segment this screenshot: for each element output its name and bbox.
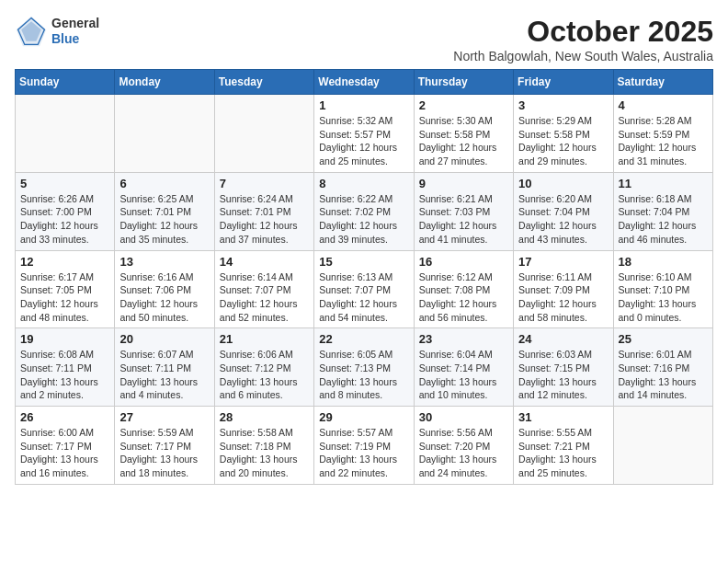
day-number: 14 [220,255,309,269]
calendar-cell: 27Sunrise: 5:59 AMSunset: 7:17 PMDayligh… [115,407,214,485]
day-info: Sunrise: 6:20 AMSunset: 7:04 PMDaylight:… [518,192,608,247]
calendar-cell: 16Sunrise: 6:12 AMSunset: 7:08 PMDayligh… [414,250,513,328]
calendar-cell: 1Sunrise: 5:32 AMSunset: 5:57 PMDaylight… [314,95,414,173]
day-info: Sunrise: 5:55 AMSunset: 7:21 PMDaylight:… [518,426,608,480]
calendar-week-1: 1Sunrise: 5:32 AMSunset: 5:57 PMDaylight… [16,95,713,173]
day-info: Sunrise: 6:12 AMSunset: 7:08 PMDaylight:… [419,270,508,325]
calendar-cell [613,407,712,485]
day-number: 22 [319,332,408,346]
day-number: 24 [518,332,608,346]
day-info: Sunrise: 6:26 AMSunset: 7:00 PMDaylight:… [20,192,109,247]
day-info: Sunrise: 6:08 AMSunset: 7:11 PMDaylight:… [20,348,109,402]
day-number: 18 [619,255,708,269]
calendar-cell: 31Sunrise: 5:55 AMSunset: 7:21 PMDayligh… [514,407,613,485]
day-number: 4 [619,98,708,112]
day-number: 12 [20,255,109,269]
calendar-table: SundayMondayTuesdayWednesdayThursdayFrid… [15,69,713,485]
day-number: 23 [419,332,508,346]
day-number: 31 [518,410,608,424]
calendar-cell: 15Sunrise: 6:13 AMSunset: 7:07 PMDayligh… [314,250,414,328]
day-number: 29 [319,410,408,424]
calendar-cell: 10Sunrise: 6:20 AMSunset: 7:04 PMDayligh… [514,172,613,250]
day-number: 9 [419,177,508,190]
calendar-cell: 14Sunrise: 6:14 AMSunset: 7:07 PMDayligh… [214,250,313,328]
day-info: Sunrise: 6:17 AMSunset: 7:05 PMDaylight:… [20,270,109,325]
day-info: Sunrise: 6:11 AMSunset: 7:09 PMDaylight:… [518,270,608,325]
calendar-cell: 18Sunrise: 6:10 AMSunset: 7:10 PMDayligh… [613,250,712,328]
location-subtitle: North Balgowlah, New South Wales, Austra… [453,49,713,63]
calendar-cell: 20Sunrise: 6:07 AMSunset: 7:11 PMDayligh… [115,328,214,407]
calendar-cell: 19Sunrise: 6:08 AMSunset: 7:11 PMDayligh… [16,328,115,407]
weekday-header-friday: Friday [514,70,613,95]
calendar-cell: 6Sunrise: 6:25 AMSunset: 7:01 PMDaylight… [115,172,214,250]
weekday-header-row: SundayMondayTuesdayWednesdayThursdayFrid… [16,70,713,95]
calendar-cell: 2Sunrise: 5:30 AMSunset: 5:58 PMDaylight… [414,95,513,173]
calendar-cell: 5Sunrise: 6:26 AMSunset: 7:00 PMDaylight… [16,172,115,250]
day-info: Sunrise: 6:14 AMSunset: 7:07 PMDaylight:… [220,270,309,325]
day-number: 5 [20,177,109,190]
calendar-cell: 12Sunrise: 6:17 AMSunset: 7:05 PMDayligh… [16,250,115,328]
calendar-cell [115,95,214,173]
weekday-header-monday: Monday [115,70,214,95]
calendar-cell: 24Sunrise: 6:03 AMSunset: 7:15 PMDayligh… [514,328,613,407]
day-info: Sunrise: 6:05 AMSunset: 7:13 PMDaylight:… [319,348,408,402]
weekday-header-saturday: Saturday [613,70,712,95]
page-header: General Blue October 2025 North Balgowla… [15,15,713,63]
calendar-cell: 17Sunrise: 6:11 AMSunset: 7:09 PMDayligh… [514,250,613,328]
day-info: Sunrise: 6:16 AMSunset: 7:06 PMDaylight:… [119,270,209,325]
calendar-cell: 11Sunrise: 6:18 AMSunset: 7:04 PMDayligh… [613,172,712,250]
calendar-week-4: 19Sunrise: 6:08 AMSunset: 7:11 PMDayligh… [16,328,713,407]
calendar-cell: 3Sunrise: 5:29 AMSunset: 5:58 PMDaylight… [514,95,613,173]
logo-icon [15,15,48,48]
day-info: Sunrise: 6:18 AMSunset: 7:04 PMDaylight:… [619,192,708,247]
day-info: Sunrise: 5:32 AMSunset: 5:57 PMDaylight:… [319,114,408,168]
calendar-cell: 25Sunrise: 6:01 AMSunset: 7:16 PMDayligh… [613,328,712,407]
day-number: 20 [119,332,209,346]
calendar-cell: 30Sunrise: 5:56 AMSunset: 7:20 PMDayligh… [414,407,513,485]
day-info: Sunrise: 6:13 AMSunset: 7:07 PMDaylight:… [319,270,408,325]
calendar-cell: 13Sunrise: 6:16 AMSunset: 7:06 PMDayligh… [115,250,214,328]
day-info: Sunrise: 6:01 AMSunset: 7:16 PMDaylight:… [619,348,708,402]
weekday-header-thursday: Thursday [414,70,513,95]
day-number: 6 [119,177,209,190]
weekday-header-tuesday: Tuesday [214,70,313,95]
day-number: 7 [220,177,309,190]
weekday-header-wednesday: Wednesday [314,70,414,95]
day-info: Sunrise: 5:30 AMSunset: 5:58 PMDaylight:… [419,114,508,168]
day-number: 19 [20,332,109,346]
calendar-week-2: 5Sunrise: 6:26 AMSunset: 7:00 PMDaylight… [16,172,713,250]
day-info: Sunrise: 6:25 AMSunset: 7:01 PMDaylight:… [119,192,209,247]
calendar-week-5: 26Sunrise: 6:00 AMSunset: 7:17 PMDayligh… [16,407,713,485]
month-title: October 2025 [453,15,713,49]
calendar-cell [16,95,115,173]
day-info: Sunrise: 6:04 AMSunset: 7:14 PMDaylight:… [419,348,508,402]
calendar-cell: 8Sunrise: 6:22 AMSunset: 7:02 PMDaylight… [314,172,414,250]
calendar-week-3: 12Sunrise: 6:17 AMSunset: 7:05 PMDayligh… [16,250,713,328]
day-number: 8 [319,177,408,190]
day-number: 15 [319,255,408,269]
day-info: Sunrise: 5:56 AMSunset: 7:20 PMDaylight:… [419,426,508,480]
calendar-cell: 23Sunrise: 6:04 AMSunset: 7:14 PMDayligh… [414,328,513,407]
day-number: 3 [518,98,608,112]
day-number: 28 [220,410,309,424]
logo: General Blue [15,15,99,48]
day-info: Sunrise: 5:28 AMSunset: 5:59 PMDaylight:… [619,114,708,168]
calendar-cell: 21Sunrise: 6:06 AMSunset: 7:12 PMDayligh… [214,328,313,407]
day-info: Sunrise: 6:24 AMSunset: 7:01 PMDaylight:… [220,192,309,247]
day-info: Sunrise: 6:03 AMSunset: 7:15 PMDaylight:… [518,348,608,402]
day-number: 26 [20,410,109,424]
day-number: 30 [419,410,508,424]
logo-text: General Blue [51,16,99,47]
day-info: Sunrise: 6:22 AMSunset: 7:02 PMDaylight:… [319,192,408,247]
day-number: 16 [419,255,508,269]
calendar-cell [214,95,313,173]
day-info: Sunrise: 6:06 AMSunset: 7:12 PMDaylight:… [220,348,309,402]
calendar-cell: 9Sunrise: 6:21 AMSunset: 7:03 PMDaylight… [414,172,513,250]
calendar-cell: 22Sunrise: 6:05 AMSunset: 7:13 PMDayligh… [314,328,414,407]
calendar-cell: 29Sunrise: 5:57 AMSunset: 7:19 PMDayligh… [314,407,414,485]
day-number: 13 [119,255,209,269]
calendar-cell: 28Sunrise: 5:58 AMSunset: 7:18 PMDayligh… [214,407,313,485]
day-info: Sunrise: 5:29 AMSunset: 5:58 PMDaylight:… [518,114,608,168]
day-info: Sunrise: 6:10 AMSunset: 7:10 PMDaylight:… [619,270,708,325]
calendar-cell: 4Sunrise: 5:28 AMSunset: 5:59 PMDaylight… [613,95,712,173]
